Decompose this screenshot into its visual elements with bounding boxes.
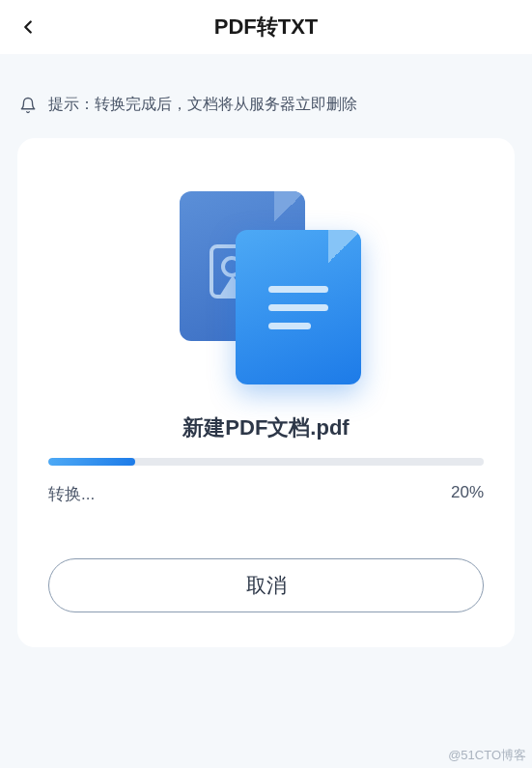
progress-fill [48, 458, 135, 466]
watermark-text: @51CTO博客 [448, 747, 526, 764]
progress-percent: 20% [451, 483, 484, 505]
page-title: PDF转TXT [17, 13, 515, 42]
header: PDF转TXT [0, 0, 532, 54]
file-name: 新建PDF文档.pdf [182, 413, 349, 442]
file-illustration-icon [180, 191, 353, 365]
status-label: 转换... [48, 483, 95, 505]
progress-info: 转换... 20% [48, 483, 484, 505]
notice-bar: 提示：转换完成后，文档将从服务器立即删除 [0, 81, 532, 128]
notice-text: 提示：转换完成后，文档将从服务器立即删除 [48, 95, 357, 115]
conversion-card: 新建PDF文档.pdf 转换... 20% 取消 [17, 138, 515, 647]
bell-icon [19, 97, 37, 114]
progress-bar [48, 458, 484, 466]
cancel-button[interactable]: 取消 [48, 558, 484, 612]
